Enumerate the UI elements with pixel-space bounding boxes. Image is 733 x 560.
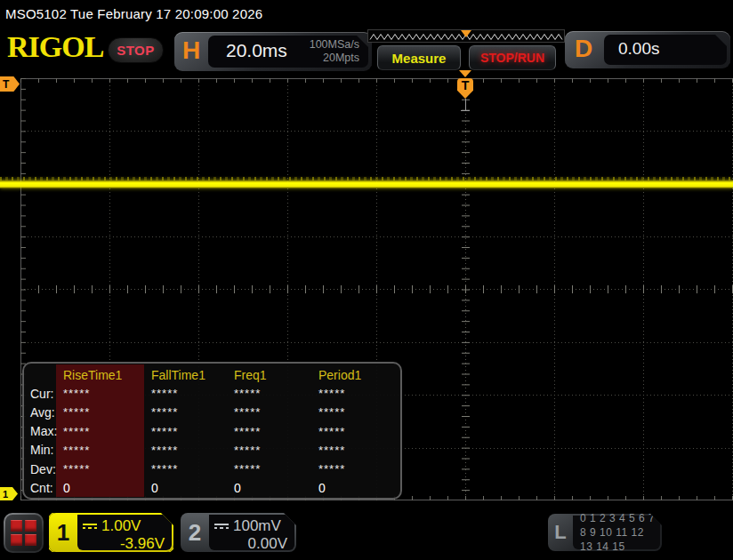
waveform-display-area: T 1 T RiseTime1 FallTime1 Freq1 Period1 … xyxy=(0,78,733,500)
trigger-delay-block[interactable]: D 0.00s xyxy=(565,31,730,68)
menu-grid-icon xyxy=(5,515,42,551)
logic-analyzer-label: L xyxy=(548,514,573,551)
channel2-status-block[interactable]: 2 100mV 0.00V xyxy=(181,513,296,552)
waveform-overview-strip[interactable] xyxy=(367,29,565,43)
trigger-position-triangle-icon xyxy=(459,70,471,77)
measurement-count: 0 xyxy=(146,481,229,495)
measurement-value: ***** xyxy=(229,462,313,476)
rigol-logo: RIGOL xyxy=(7,30,103,64)
channel1-offset: -3.96V xyxy=(83,535,165,553)
acquisition-rates: 100MSa/s 20Mpts xyxy=(310,38,359,65)
title-bar: MSO5102 Tue February 17 20:09:00 2026 xyxy=(0,0,733,28)
row-label: Min: xyxy=(26,443,58,457)
measurement-value: ***** xyxy=(58,425,146,438)
row-label: Max: xyxy=(26,424,58,438)
delay-inset: 0.00s xyxy=(604,35,727,65)
channel2-scale: 100mV xyxy=(233,517,281,535)
channel1-number: 1 xyxy=(49,513,77,552)
sample-rate: 100MSa/s xyxy=(310,38,359,52)
measurement-column-header[interactable]: FallTime1 xyxy=(146,364,229,386)
measurement-column-header[interactable]: Period1 xyxy=(313,364,400,386)
measurement-value: ***** xyxy=(58,387,146,400)
logic-channels-row2: 8 9 10 11 12 13 14 15 xyxy=(580,525,660,554)
logic-analyzer-block[interactable]: L 0 1 2 3 4 5 6 7 8 9 10 11 12 13 14 15 xyxy=(548,514,662,551)
logic-channels-row1: 0 1 2 3 4 5 6 7 xyxy=(580,511,660,525)
d-label: D xyxy=(575,35,592,63)
measurement-value: ***** xyxy=(146,425,229,438)
grid-square xyxy=(11,520,22,532)
channel1-status-block[interactable]: 1 1.00V -3.96V xyxy=(49,513,173,552)
measurement-value: ***** xyxy=(58,405,146,419)
model-and-datetime: MSO5102 Tue February 17 20:09:00 2026 xyxy=(5,6,262,21)
row-label: Avg: xyxy=(26,405,58,420)
memory-depth: 20Mpts xyxy=(310,52,359,65)
row-label: Cnt: xyxy=(26,481,58,495)
logic-channel-list: 0 1 2 3 4 5 6 7 8 9 10 11 12 13 14 15 xyxy=(573,516,660,549)
measurement-column-header[interactable]: Freq1 xyxy=(229,364,313,386)
menu-grid-button[interactable] xyxy=(4,513,44,553)
measure-button[interactable]: Measure xyxy=(377,45,461,70)
measurement-table[interactable]: RiseTime1 FallTime1 Freq1 Period1 Cur: *… xyxy=(22,362,402,500)
measurement-value: ***** xyxy=(146,444,229,457)
measurement-value: ***** xyxy=(313,387,400,400)
measurement-value: ***** xyxy=(313,444,400,457)
trigger-position-stem xyxy=(465,99,466,110)
h-label: H xyxy=(182,36,200,65)
trace-noise xyxy=(0,177,733,180)
channel2-offset: 0.00V xyxy=(214,535,287,553)
grid-square xyxy=(11,534,22,546)
horizontal-timebase-block[interactable]: H 20.0ms 100MSa/s 20Mpts xyxy=(174,32,372,71)
stop-run-button[interactable]: STOP/RUN xyxy=(469,45,556,70)
channel1-trace xyxy=(0,180,733,188)
measurement-value: ***** xyxy=(58,462,146,476)
measurement-column-header[interactable]: RiseTime1 xyxy=(58,364,146,386)
dc-coupling-icon xyxy=(83,524,97,529)
grid-square xyxy=(25,534,36,546)
measurement-count: 0 xyxy=(229,481,313,495)
grid-square xyxy=(25,520,36,532)
row-label: Dev: xyxy=(26,462,58,476)
row-label: Cur: xyxy=(26,387,58,401)
measurement-value: ***** xyxy=(313,425,400,438)
measurement-count: 0 xyxy=(313,481,400,495)
channel2-settings: 100mV 0.00V xyxy=(209,515,294,550)
corner-cell xyxy=(26,364,58,386)
channel1-scale: 1.00V xyxy=(101,517,141,535)
measurement-value: ***** xyxy=(229,444,313,457)
measurement-value: ***** xyxy=(146,405,229,419)
measurement-value: ***** xyxy=(313,405,400,419)
delay-value: 0.00s xyxy=(618,39,659,59)
measurement-value: ***** xyxy=(146,387,229,400)
timebase-value: 20.0ms xyxy=(226,40,287,61)
measurement-grid: RiseTime1 FallTime1 Freq1 Period1 Cur: *… xyxy=(26,365,400,497)
overview-trigger-marker-icon[interactable] xyxy=(461,30,471,37)
oscilloscope-screen: MSO5102 Tue February 17 20:09:00 2026 RI… xyxy=(0,0,733,560)
measurement-value: ***** xyxy=(313,462,400,476)
trigger-position-stem-dash xyxy=(461,110,470,111)
measurement-value: ***** xyxy=(229,405,313,419)
bottom-status-bar: 1 1.00V -3.96V 2 100mV 0.00V L xyxy=(0,500,733,560)
run-state-badge[interactable]: STOP xyxy=(108,37,164,63)
measurement-value: ***** xyxy=(229,425,313,438)
channel1-settings: 1.00V -3.96V xyxy=(77,515,172,550)
channel2-number: 2 xyxy=(181,513,209,552)
header-bar: RIGOL STOP H 20.0ms 100MSa/s 20Mpts Meas… xyxy=(0,28,733,76)
dc-coupling-icon xyxy=(214,524,229,529)
measurement-count: 0 xyxy=(58,481,146,495)
measurement-value: ***** xyxy=(146,462,229,476)
timebase-inset: 20.0ms 100MSa/s 20Mpts xyxy=(208,36,368,68)
measurement-value: ***** xyxy=(58,444,146,457)
measurement-value: ***** xyxy=(229,387,313,400)
